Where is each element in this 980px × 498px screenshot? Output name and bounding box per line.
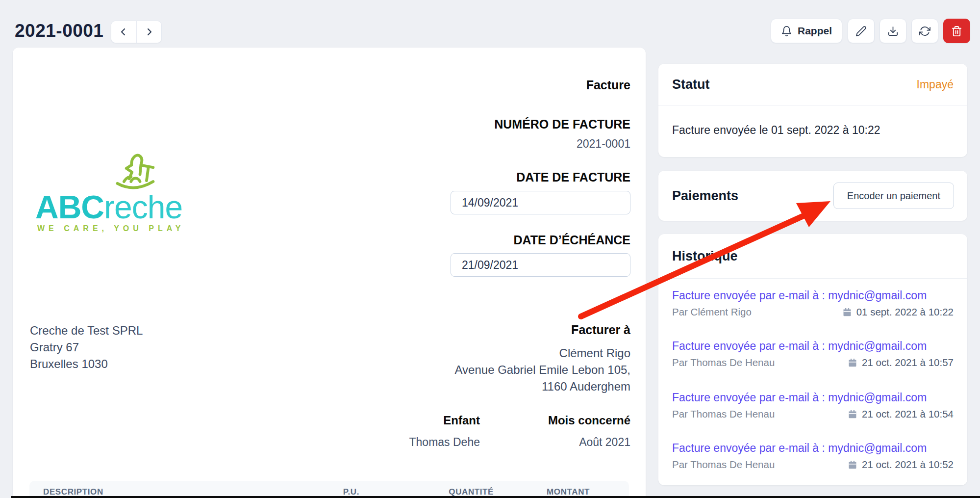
column-header-amount: MONTANT: [547, 487, 590, 497]
download-button[interactable]: [879, 19, 906, 43]
bill-to-address: Clément Rigo Avenue Gabriel Emile Lebon …: [455, 345, 630, 395]
history-entry-date: 21 oct. 2021 à 10:57: [862, 357, 954, 368]
history-card-title: Historique: [672, 249, 738, 264]
child-value: Thomas Dehe: [409, 436, 480, 449]
invoice-pager: [111, 21, 162, 43]
bill-to-label: Facturer à: [571, 323, 630, 337]
chevron-left-icon: [118, 26, 129, 38]
invoice-number-label: NUMÉRO DE FACTURE: [494, 117, 630, 131]
invoice-preview-card: Facture NUMÉRO DE FACTURE 2021-0001 DATE…: [13, 48, 646, 498]
logo-wordmark: ABCreche: [35, 188, 182, 226]
pencil-icon: [855, 26, 867, 37]
company-address: Creche de Test SPRL Gratry 67 Bruxelles …: [30, 322, 143, 372]
next-invoice-button[interactable]: [137, 21, 162, 43]
company-line: Gratry 67: [30, 339, 143, 356]
bill-to-line: 1160 Auderghem: [455, 378, 630, 395]
history-entry-link[interactable]: Facture envoyée par e-mail à : mydnic@gm…: [672, 442, 954, 455]
child-label: Enfant: [443, 414, 480, 427]
rocking-horse-icon: [111, 148, 158, 192]
month-value: Août 2021: [579, 436, 630, 449]
edit-button[interactable]: [848, 19, 875, 43]
payments-card: Paiements Encoder un paiement: [658, 171, 967, 221]
previous-invoice-button[interactable]: [111, 21, 137, 43]
history-entry-link[interactable]: Facture envoyée par e-mail à : mydnic@gm…: [672, 340, 954, 353]
history-entry-date: 01 sept. 2022 à 10:22: [856, 306, 954, 318]
refresh-icon: [919, 26, 930, 37]
history-entry-link[interactable]: Facture envoyée par e-mail à : mydnic@gm…: [672, 391, 954, 404]
delete-button[interactable]: [943, 19, 970, 43]
page-title: 2021-0001: [15, 21, 103, 41]
payments-card-title: Paiements: [672, 188, 738, 204]
column-header-unit-price: P.U.: [343, 487, 359, 497]
history-entry-link[interactable]: Facture envoyée par e-mail à : mydnic@gm…: [672, 289, 954, 302]
due-date-label: DATE D’ÉCHÉANCE: [514, 233, 630, 247]
status-card: Statut Impayé Facture envoyée le 01 sept…: [658, 64, 967, 157]
logo-tagline: WE CARE, YOU PLAY: [37, 224, 184, 233]
history-card: Historique Facture envoyée par e-mail à …: [658, 234, 967, 485]
due-date-input[interactable]: [451, 253, 630, 277]
calendar-icon: [842, 307, 852, 317]
bill-to-line: Avenue Gabriel Emile Lebon 105,: [455, 362, 630, 378]
history-entry: Facture envoyée par e-mail à : mydnic@gm…: [672, 442, 954, 485]
calendar-icon: [848, 460, 857, 470]
chevron-right-icon: [143, 26, 155, 38]
history-entry-author: Par Thomas De Henau: [672, 357, 775, 368]
history-entry: Facture envoyée par e-mail à : mydnic@gm…: [672, 340, 954, 383]
month-label: Mois concerné: [548, 414, 630, 427]
history-entry: Facture envoyée par e-mail à : mydnic@gm…: [672, 289, 954, 332]
company-line: Creche de Test SPRL: [30, 322, 143, 339]
company-line: Bruxelles 1030: [30, 356, 143, 372]
invoice-doc-title: Facture: [586, 78, 630, 92]
logo-abc: ABC: [35, 189, 104, 225]
logo-reche: reche: [104, 189, 182, 225]
history-entry-author: Par Thomas De Henau: [672, 459, 775, 471]
column-header-description: DESCRIPTION: [43, 487, 103, 497]
trash-icon: [951, 26, 962, 37]
history-entry-date: 21 oct. 2021 à 10:54: [862, 408, 954, 420]
column-header-quantity: QUANTITÉ: [449, 487, 494, 497]
history-entry-author: Par Thomas De Henau: [672, 408, 775, 420]
refresh-button[interactable]: [911, 19, 938, 43]
bill-to-line: Clément Rigo: [455, 345, 630, 362]
screenshot-bottom-edge: [11, 496, 980, 498]
history-entry-author: Par Clément Rigo: [672, 306, 752, 318]
reminder-button-label: Rappel: [798, 25, 832, 37]
invoice-date-label: DATE DE FACTURE: [516, 170, 630, 184]
status-card-title: Statut: [672, 77, 710, 92]
reminder-button[interactable]: Rappel: [771, 19, 842, 43]
calendar-icon: [848, 358, 857, 367]
history-entry: Facture envoyée par e-mail à : mydnic@gm…: [672, 391, 954, 434]
invoice-number-value: 2021-0001: [577, 137, 630, 151]
invoice-date-input[interactable]: [451, 191, 630, 214]
line-items-table-header: DESCRIPTION P.U. QUANTITÉ MONTANT: [29, 481, 629, 498]
history-entry-date: 21 oct. 2021 à 10:52: [862, 459, 954, 471]
encode-payment-button[interactable]: Encoder un paiement: [833, 183, 954, 209]
status-message: Facture envoyée le 01 sept. 2022 à 10:22: [672, 124, 880, 137]
calendar-icon: [848, 409, 857, 419]
bell-icon: [781, 26, 792, 37]
download-icon: [887, 26, 899, 37]
divider: [658, 278, 967, 279]
divider: [658, 105, 967, 105]
status-badge: Impayé: [917, 78, 954, 91]
